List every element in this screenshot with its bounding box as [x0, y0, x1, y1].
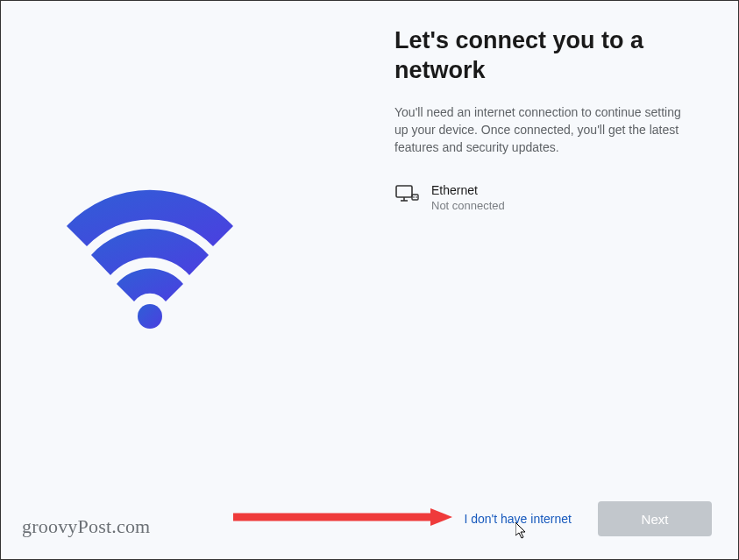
watermark-text: groovyPost.com	[22, 515, 150, 538]
next-button[interactable]: Next	[598, 501, 712, 536]
wifi-artwork	[53, 172, 246, 330]
svg-marker-9	[515, 522, 525, 538]
network-label: Ethernet	[431, 182, 505, 198]
wifi-icon	[53, 172, 246, 330]
annotation-arrow	[233, 508, 452, 526]
cursor-icon	[515, 522, 528, 540]
network-status: Not connected	[431, 199, 505, 214]
page-subtitle: You'll need an internet connection to co…	[394, 103, 698, 157]
svg-rect-1	[396, 186, 412, 197]
ethernet-icon	[394, 182, 419, 207]
network-item-ethernet[interactable]: Ethernet Not connected	[394, 177, 698, 218]
svg-rect-4	[412, 195, 418, 200]
svg-point-0	[138, 304, 162, 329]
page-title: Let's connect you to a network	[394, 26, 698, 86]
svg-marker-8	[430, 508, 452, 526]
